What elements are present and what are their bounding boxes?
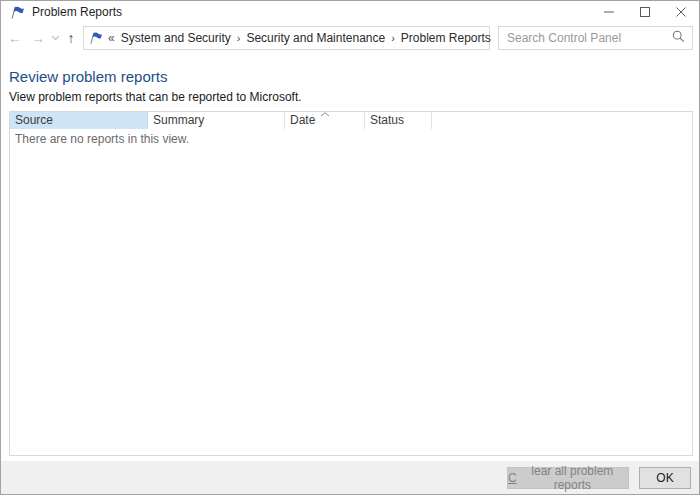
- empty-list-message: There are no reports in this view.: [10, 129, 692, 146]
- breadcrumb-item-system-and-security[interactable]: System and Security: [121, 31, 231, 45]
- maximize-button[interactable]: [627, 1, 663, 23]
- footer-bar: Clear all problem reports OK: [1, 461, 699, 494]
- column-header-summary[interactable]: Summary: [148, 112, 285, 129]
- problem-reports-list: Source Summary Date Status There are no …: [9, 111, 693, 456]
- clear-all-problem-reports-button[interactable]: Clear all problem reports: [507, 467, 629, 489]
- list-header: Source Summary Date Status: [10, 112, 692, 129]
- search-icon[interactable]: [672, 29, 685, 47]
- breadcrumb-overflow-chevron[interactable]: «: [108, 31, 115, 45]
- security-flag-icon: [10, 5, 25, 20]
- back-button[interactable]: ←: [5, 23, 25, 53]
- page-title: Review problem reports: [9, 68, 167, 85]
- breadcrumb-separator-chevron[interactable]: ›: [237, 32, 241, 44]
- page-description: View problem reports that can be reporte…: [9, 90, 302, 104]
- minimize-icon: [604, 7, 614, 17]
- back-icon: ←: [8, 30, 22, 46]
- up-button[interactable]: ↑: [62, 23, 80, 53]
- column-header-date[interactable]: Date: [285, 112, 365, 129]
- breadcrumb-item-problem-reports[interactable]: Problem Reports: [401, 31, 491, 45]
- navigation-toolbar: ← → ↑ « System and Security › Security a…: [1, 23, 699, 53]
- sort-ascending-icon: [320, 112, 329, 117]
- close-icon: [676, 7, 686, 17]
- search-input[interactable]: [499, 27, 672, 49]
- forward-icon: →: [31, 30, 45, 46]
- forward-button[interactable]: →: [28, 23, 48, 53]
- search-box: [498, 26, 693, 50]
- ok-button[interactable]: OK: [639, 467, 691, 489]
- recent-pages-button[interactable]: [49, 23, 62, 53]
- window-controls: [591, 1, 699, 23]
- breadcrumb-item-security-and-maintenance[interactable]: Security and Maintenance: [246, 31, 385, 45]
- clear-button-accelerator: C: [508, 471, 517, 485]
- column-header-date-label: Date: [290, 113, 315, 127]
- close-button[interactable]: [663, 1, 699, 23]
- window-title: Problem Reports: [32, 5, 122, 19]
- title-bar: Problem Reports: [1, 1, 699, 23]
- problem-reports-window: Problem Reports ← → ↑: [0, 0, 700, 495]
- security-flag-icon: [89, 31, 103, 45]
- minimize-button[interactable]: [591, 1, 627, 23]
- address-bar[interactable]: « System and Security › Security and Mai…: [83, 26, 490, 50]
- chevron-down-icon: [51, 35, 60, 41]
- column-header-source[interactable]: Source: [10, 112, 148, 129]
- column-header-status[interactable]: Status: [365, 112, 432, 129]
- up-icon: ↑: [68, 30, 75, 46]
- maximize-icon: [640, 7, 650, 17]
- clear-button-label: lear all problem reports: [517, 464, 628, 492]
- breadcrumb-separator-chevron[interactable]: ›: [391, 32, 395, 44]
